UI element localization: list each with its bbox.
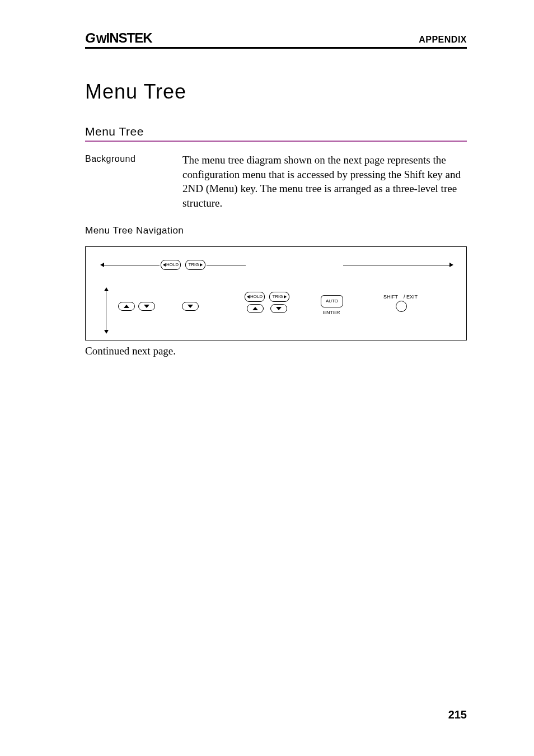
down-key-3 <box>270 304 287 313</box>
hold-key: HOLD <box>161 260 181 270</box>
triangle-right-icon <box>284 295 287 298</box>
trig-key-2: TRIG <box>269 292 289 302</box>
down-key <box>138 302 155 311</box>
background-label: Background <box>85 153 182 211</box>
hold-key-label: HOLD <box>166 262 179 267</box>
menu-tree-navigation-diagram: HOLD TRIG HOLD TRIG <box>85 246 467 340</box>
line <box>343 265 449 265</box>
triangle-left-icon <box>247 295 250 298</box>
triangle-up-icon <box>124 305 129 308</box>
triangle-down-icon <box>188 305 193 308</box>
brand-logo: GWINSTEK <box>85 30 152 46</box>
exit-label: / EXIT <box>404 294 418 300</box>
page-header: GWINSTEK APPENDIX <box>85 30 467 49</box>
auto-enter-key: AUTO <box>321 295 343 307</box>
background-row: Background The menu tree diagram shown o… <box>85 153 467 211</box>
shift-label: SHIFT <box>383 294 398 300</box>
line <box>104 265 160 265</box>
line <box>106 291 106 330</box>
trig-key-label: TRIG <box>188 262 199 267</box>
triangle-up-icon <box>252 307 258 310</box>
enter-label: ENTER <box>323 310 340 315</box>
trig-key-2-label: TRIG <box>272 294 283 299</box>
trig-key: TRIG <box>185 260 205 270</box>
down-key-2 <box>182 302 199 311</box>
shift-exit-button-icon <box>396 301 407 312</box>
arrow-right-icon <box>449 263 453 267</box>
triangle-left-icon <box>163 263 166 267</box>
navigation-heading: Menu Tree Navigation <box>85 225 467 236</box>
hold-key-2: HOLD <box>245 292 265 302</box>
up-key-2 <box>247 304 264 313</box>
brand-rest: INSTEK <box>106 30 152 46</box>
arrow-up-icon <box>104 287 109 291</box>
section-label: APPENDIX <box>419 35 467 45</box>
page-title: Menu Tree <box>85 80 467 104</box>
background-text: The menu tree diagram shown on the next … <box>182 153 467 211</box>
brand-w: W <box>96 33 106 46</box>
triangle-down-icon <box>144 305 149 308</box>
arrow-left-icon <box>100 263 104 267</box>
continued-text: Continued next page. <box>85 345 467 357</box>
triangle-right-icon <box>200 263 203 267</box>
arrow-down-icon <box>104 330 109 334</box>
triangle-down-icon <box>276 307 282 310</box>
up-key <box>118 302 135 311</box>
page-number: 215 <box>448 708 467 721</box>
auto-key-label: AUTO <box>326 298 338 304</box>
section-subtitle: Menu Tree <box>85 125 467 142</box>
hold-key-2-label: HOLD <box>250 294 263 299</box>
line <box>207 265 246 265</box>
brand-g: G <box>85 30 95 46</box>
